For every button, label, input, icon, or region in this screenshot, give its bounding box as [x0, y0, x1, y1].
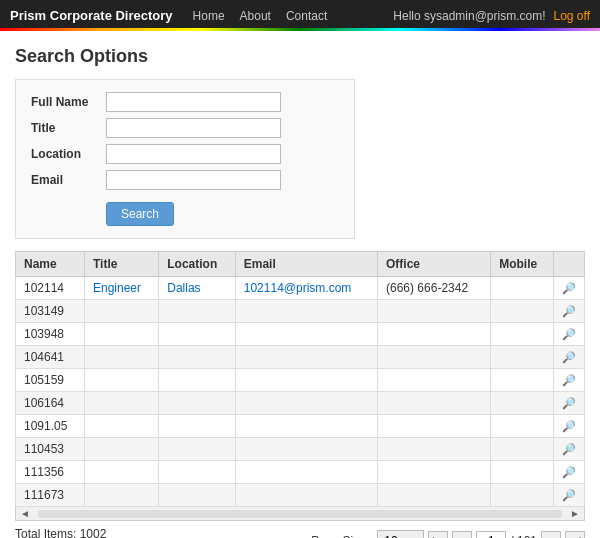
table-cell: 106164	[16, 392, 85, 415]
edit-icon[interactable]: 🔎	[562, 489, 576, 501]
navbar: Prism Corporate Directory Home About Con…	[0, 0, 600, 31]
last-page-button[interactable]: ►|	[565, 531, 585, 538]
table-cell: 102114	[16, 277, 85, 300]
table-cell	[235, 369, 377, 392]
table-row[interactable]: 103948🔎	[16, 323, 585, 346]
row-action-icon[interactable]: 🔎	[554, 438, 585, 461]
nav-contact[interactable]: Contact	[286, 9, 327, 23]
table-cell	[84, 484, 158, 507]
col-location: Location	[159, 252, 236, 277]
rainbow-bar	[0, 28, 600, 31]
table-row[interactable]: 1091.05🔎	[16, 415, 585, 438]
table-row[interactable]: 103149🔎	[16, 300, 585, 323]
row-action-icon[interactable]: 🔎	[554, 277, 585, 300]
search-form: Full Name Title Location Email Search	[15, 79, 355, 239]
table-cell: 103149	[16, 300, 85, 323]
nav-about[interactable]: About	[240, 9, 271, 23]
table-cell	[235, 346, 377, 369]
full-name-input[interactable]	[106, 92, 281, 112]
table-cell	[378, 346, 491, 369]
horizontal-scrollbar[interactable]: ◄ ►	[15, 507, 585, 521]
edit-icon[interactable]: 🔎	[562, 351, 576, 363]
table-cell: 103948	[16, 323, 85, 346]
col-title: Title	[84, 252, 158, 277]
table-row[interactable]: 106164🔎	[16, 392, 585, 415]
email-input[interactable]	[106, 170, 281, 190]
table-cell	[235, 461, 377, 484]
table-cell	[491, 277, 554, 300]
scroll-left-icon[interactable]: ◄	[16, 508, 34, 519]
table-cell	[491, 323, 554, 346]
scroll-right-icon[interactable]: ►	[566, 508, 584, 519]
logoff-button[interactable]: Log off	[554, 9, 590, 23]
edit-icon[interactable]: 🔎	[562, 397, 576, 409]
total-items-text: Total Items: 1002	[15, 527, 108, 538]
nav-home[interactable]: Home	[193, 9, 225, 23]
row-action-icon[interactable]: 🔎	[554, 300, 585, 323]
table-cell	[235, 392, 377, 415]
first-page-button[interactable]: |◄	[428, 531, 448, 538]
row-action-icon[interactable]: 🔎	[554, 415, 585, 438]
row-action-icon[interactable]: 🔎	[554, 461, 585, 484]
table-cell	[235, 484, 377, 507]
col-name: Name	[16, 252, 85, 277]
next-page-button[interactable]: ►	[541, 531, 561, 538]
table-cell	[235, 323, 377, 346]
edit-icon[interactable]: 🔎	[562, 420, 576, 432]
edit-icon[interactable]: 🔎	[562, 466, 576, 478]
table-cell	[491, 346, 554, 369]
row-action-icon[interactable]: 🔎	[554, 392, 585, 415]
navbar-brand: Prism Corporate Directory	[10, 8, 173, 23]
table-cell	[159, 438, 236, 461]
col-office: Office	[378, 252, 491, 277]
edit-icon[interactable]: 🔎	[562, 374, 576, 386]
table-cell	[491, 484, 554, 507]
row-action-icon[interactable]: 🔎	[554, 369, 585, 392]
location-input[interactable]	[106, 144, 281, 164]
row-action-icon[interactable]: 🔎	[554, 323, 585, 346]
table-cell	[159, 300, 236, 323]
table-cell: 105159	[16, 369, 85, 392]
table-cell	[159, 323, 236, 346]
table-cell	[491, 438, 554, 461]
table-row[interactable]: 111673🔎	[16, 484, 585, 507]
col-email: Email	[235, 252, 377, 277]
page-of-text: / 101	[510, 534, 537, 538]
table-cell	[378, 484, 491, 507]
search-button[interactable]: Search	[106, 202, 174, 226]
page-number-input[interactable]	[476, 531, 506, 538]
prev-page-button[interactable]: ◄	[452, 531, 472, 538]
table-cell	[84, 461, 158, 484]
table-cell	[491, 461, 554, 484]
table-cell	[159, 415, 236, 438]
table-cell: 110453	[16, 438, 85, 461]
email-row: Email	[31, 170, 339, 190]
table-row[interactable]: 105159🔎	[16, 369, 585, 392]
table-cell	[235, 300, 377, 323]
table-row[interactable]: 111356🔎	[16, 461, 585, 484]
table-row[interactable]: 102114EngineerDallas102114@prism.com(666…	[16, 277, 585, 300]
table-cell	[378, 415, 491, 438]
table-cell	[378, 369, 491, 392]
row-action-icon[interactable]: 🔎	[554, 346, 585, 369]
table-cell	[491, 369, 554, 392]
table-row[interactable]: 110453🔎	[16, 438, 585, 461]
edit-icon[interactable]: 🔎	[562, 443, 576, 455]
row-action-icon[interactable]: 🔎	[554, 484, 585, 507]
title-input[interactable]	[106, 118, 281, 138]
page-size-select[interactable]: 10 25 50 100	[377, 530, 424, 538]
table-header-row: Name Title Location Email Office Mobile	[16, 252, 585, 277]
table-cell	[84, 300, 158, 323]
edit-icon[interactable]: 🔎	[562, 282, 576, 294]
table-cell: 102114@prism.com	[235, 277, 377, 300]
edit-icon[interactable]: 🔎	[562, 305, 576, 317]
col-action	[554, 252, 585, 277]
table-cell	[235, 415, 377, 438]
table-cell	[378, 461, 491, 484]
table-row[interactable]: 104641🔎	[16, 346, 585, 369]
table-cell	[491, 415, 554, 438]
table-cell	[159, 461, 236, 484]
edit-icon[interactable]: 🔎	[562, 328, 576, 340]
table-cell	[84, 438, 158, 461]
title-row: Title	[31, 118, 339, 138]
